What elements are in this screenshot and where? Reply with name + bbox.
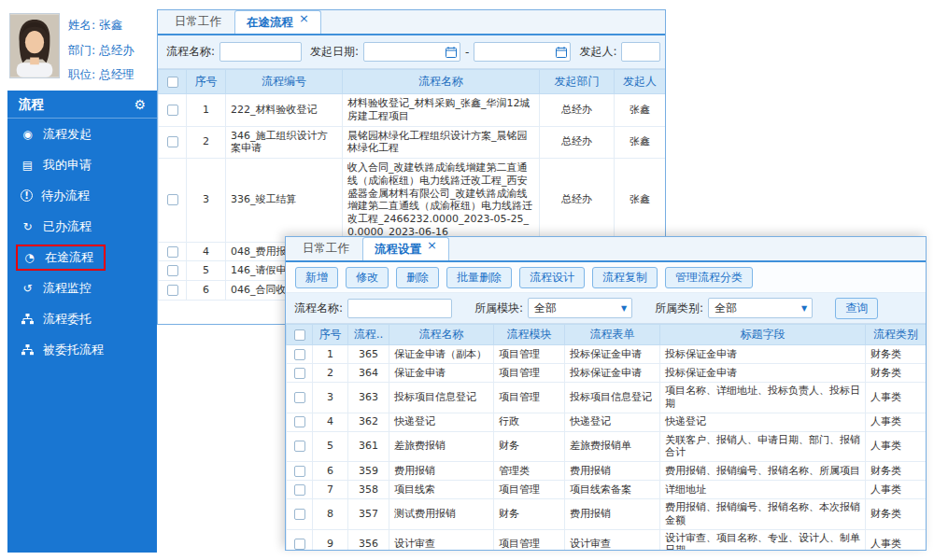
select-all-checkbox[interactable] <box>167 77 178 88</box>
row-checkbox[interactable] <box>294 539 305 550</box>
table-row[interactable]: 2364保证金申请项目管理投标保证金申请投标保证金申请财务类 <box>287 364 927 383</box>
tab-label: 流程设置 <box>375 242 421 258</box>
row-checkbox[interactable] <box>167 265 178 276</box>
sidebar-item-3[interactable]: ↻已办流程 <box>7 211 157 242</box>
monitor-refresh-icon: ↺ <box>21 282 35 295</box>
profile-department: 部门: 总经办 <box>68 43 134 59</box>
row-checkbox[interactable] <box>294 441 305 452</box>
cell-module: 项目管理 <box>494 383 565 413</box>
toolbar-button-5[interactable]: 流程复制 <box>592 267 658 288</box>
cell-code: 222_材料验收登记 <box>226 94 343 127</box>
sidebar-item-0[interactable]: ◉流程发起 <box>7 119 157 149</box>
sidebar-item-2[interactable]: !待办流程 <box>7 180 157 211</box>
close-icon[interactable]: × <box>299 14 309 23</box>
cell-code: 357 <box>348 499 389 530</box>
close-icon[interactable]: × <box>427 241 437 250</box>
tab-w2-0[interactable]: 日常工作 <box>291 237 361 260</box>
tab-w1-0[interactable]: 日常工作 <box>163 10 233 34</box>
cell-title_field: 费用报销、报销编号、报销名称、所属项目 <box>660 462 866 481</box>
sidebar-item-4[interactable]: ◔在途流程 <box>7 242 157 273</box>
cell-dept: 总经办 <box>540 94 615 127</box>
cell-title_field: 投标保证金申请 <box>660 364 866 383</box>
cell-initiator: 张鑫 <box>615 159 666 243</box>
toolbar-button-3[interactable]: 批量删除 <box>446 267 512 288</box>
module-select-value: 全部 <box>534 301 557 316</box>
sidebar-item-label: 被委托流程 <box>43 342 104 358</box>
cell-title_field: 详细地址 <box>660 481 866 499</box>
tab-w1-1[interactable]: 在途流程× <box>234 10 321 34</box>
org-tree-icon <box>21 314 35 325</box>
search-button[interactable]: 查询 <box>835 298 878 319</box>
calendar-icon[interactable] <box>446 47 457 58</box>
row-checkbox[interactable] <box>294 416 305 427</box>
process-name-input[interactable] <box>347 299 452 318</box>
category-select-value: 全部 <box>715 301 737 316</box>
cell-seq: 1 <box>313 345 348 364</box>
row-checkbox[interactable] <box>294 509 305 520</box>
table-row[interactable]: 1222_材料验收登记材料验收登记_材料采购_张鑫_华润12城房建工程项目总经办… <box>159 94 666 127</box>
cell-module: 财务 <box>494 499 565 530</box>
table-row[interactable]: 2346_施工组织设计方案申请晨铭园林绿化工程组织设计方案_晨铭园林绿化工程总经… <box>159 126 666 159</box>
toolbar-button-4[interactable]: 流程设计 <box>519 267 585 288</box>
initiator-input[interactable] <box>621 42 660 62</box>
cell-name: 设计审查 <box>389 529 494 551</box>
row-checkbox[interactable] <box>167 136 178 147</box>
toolbar-button-0[interactable]: 新增 <box>295 267 338 288</box>
row-checkbox[interactable] <box>294 368 305 379</box>
cell-checkbox <box>287 364 313 383</box>
toolbar-button-6[interactable]: 管理流程分类 <box>665 267 753 288</box>
process-name-input[interactable] <box>219 42 302 62</box>
tab-w2-1[interactable]: 流程设置× <box>362 237 449 260</box>
sidebar-item-1[interactable]: ▤我的申请 <box>7 149 157 180</box>
column-header-code: 流程编号 <box>226 70 343 94</box>
row-checkbox[interactable] <box>167 285 178 296</box>
row-checkbox[interactable] <box>167 246 178 258</box>
cell-name: 保证金申请 <box>389 364 494 383</box>
row-checkbox[interactable] <box>167 194 178 205</box>
table-row[interactable]: 3363投标项目信息登记项目管理投标项目信息登记项目名称、详细地址、投标负责人、… <box>287 383 927 413</box>
w2-toolbar: 新增修改删除批量删除流程设计流程复制管理流程分类 <box>286 262 926 293</box>
gear-icon[interactable]: ⚙ <box>134 97 146 112</box>
row-checkbox[interactable] <box>294 466 305 477</box>
cell-category: 人事类 <box>866 481 927 499</box>
cell-title_field: 快递登记 <box>660 413 866 431</box>
toolbar-button-1[interactable]: 修改 <box>346 267 389 288</box>
cell-name: 晨铭园林绿化工程组织设计方案_晨铭园林绿化工程 <box>343 126 540 159</box>
row-checkbox[interactable] <box>294 484 305 496</box>
cell-name: 保证金申请（副本） <box>389 345 494 364</box>
sidebar-item-5[interactable]: ↺流程监控 <box>7 273 157 303</box>
row-checkbox[interactable] <box>294 349 305 360</box>
profile-position: 职位: 总经理 <box>68 67 134 83</box>
cell-seq: 2 <box>313 364 348 383</box>
table-row[interactable]: 3336_竣工结算收入合同_改建铁路成渝线增建第二直通线（成渝枢纽）电力线路迁改… <box>159 159 666 243</box>
sidebar-item-label: 流程监控 <box>43 280 92 297</box>
table-row[interactable]: 6359费用报销管理类费用报销费用报销、报销编号、报销名称、所属项目财务类 <box>287 462 927 481</box>
category-select[interactable]: 全部 ▼ <box>708 298 813 318</box>
filter-label-initiator: 发起人: <box>579 44 616 60</box>
table-row[interactable]: 9356设计审查项目管理设计审查设计审查、项目名称、专业、设计人、制单日期人事类 <box>287 529 927 551</box>
module-select[interactable]: 全部 ▼ <box>528 298 632 318</box>
cell-checkbox <box>287 499 313 530</box>
date-separator: - <box>465 46 469 59</box>
cell-title_field: 设计审查、项目名称、专业、设计人、制单日期 <box>660 529 866 551</box>
user-photo <box>9 13 60 78</box>
toolbar-button-2[interactable]: 删除 <box>396 267 439 288</box>
table-row[interactable]: 8357测试费用报销财务费用报销费用报销、报销编号、报销名称、本次报销金额财务类 <box>287 499 927 530</box>
row-checkbox[interactable] <box>294 392 305 403</box>
select-all-checkbox[interactable] <box>294 329 305 341</box>
table-row[interactable]: 5361差旅费报销财务差旅费报销单关联客户、报销人、申请日期、部门、报销合计人事… <box>287 431 927 462</box>
cell-form: 差旅费报销单 <box>565 431 660 462</box>
cell-code: 361 <box>348 431 389 462</box>
row-checkbox[interactable] <box>167 105 178 116</box>
cell-category: 人事类 <box>866 383 927 413</box>
table-row[interactable]: 4362快递登记行政快递登记快递登记人事类 <box>287 413 927 431</box>
sidebar-item-6[interactable]: 流程委托 <box>7 303 157 334</box>
cell-seq: 5 <box>313 431 348 462</box>
cell-form: 项目线索备案 <box>565 481 660 499</box>
table-row[interactable]: 7358项目线索项目管理项目线索备案详细地址人事类 <box>287 481 927 499</box>
sidebar-item-7[interactable]: 被委托流程 <box>7 334 157 365</box>
cell-category: 财务类 <box>866 345 927 364</box>
table-row[interactable]: 1365保证金申请（副本）项目管理投标保证金申请投标保证金申请财务类 <box>287 345 927 364</box>
cell-form: 投标保证金申请 <box>565 364 660 383</box>
calendar-icon[interactable] <box>556 47 567 58</box>
